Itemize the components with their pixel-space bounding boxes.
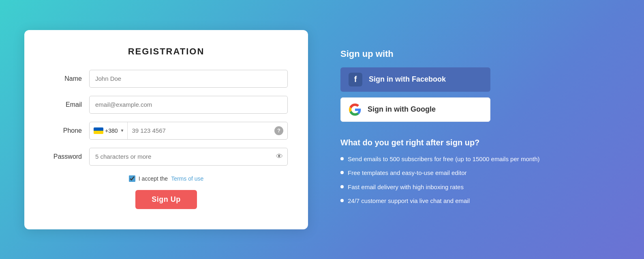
show-password-icon[interactable]: 👁 xyxy=(276,153,283,161)
list-item: 24/7 customer support via live chat and … xyxy=(340,196,620,206)
password-row: Password 👁 xyxy=(45,148,288,166)
bullet-icon xyxy=(340,199,344,202)
terms-row: I accept the Terms of use xyxy=(45,175,288,182)
chevron-down-icon: ▼ xyxy=(120,128,124,133)
name-row: Name xyxy=(45,70,288,88)
sign-up-with-title: Sign up with xyxy=(340,49,620,59)
phone-number-input[interactable] xyxy=(128,122,274,139)
google-signin-button[interactable]: Sign in with Google xyxy=(340,97,490,122)
page-container: REGISTRATION Name Email Phone +380 ▼ ? xyxy=(24,30,620,229)
bullet-icon xyxy=(340,185,344,188)
facebook-button-label: Sign in with Facebook xyxy=(369,75,446,84)
name-input[interactable] xyxy=(89,70,288,88)
facebook-icon: f xyxy=(349,73,362,86)
email-row: Email xyxy=(45,96,288,114)
what-get-title: What do you get right after sign up? xyxy=(340,138,620,147)
terms-of-use-link[interactable]: Terms of use xyxy=(171,175,203,182)
list-item: Fast email delivery with high inboxing r… xyxy=(340,183,620,192)
phone-row: Phone +380 ▼ ? xyxy=(45,122,288,140)
password-label: Password xyxy=(45,153,89,160)
what-get-section: What do you get right after sign up? Sen… xyxy=(340,138,620,206)
name-label: Name xyxy=(45,75,89,82)
phone-label: Phone xyxy=(45,127,89,134)
phone-code: +380 xyxy=(105,127,118,134)
list-item: Send emails to 500 subscribers for free … xyxy=(340,155,620,164)
terms-checkbox[interactable] xyxy=(129,175,135,182)
card-title: REGISTRATION xyxy=(45,46,288,57)
signup-button[interactable]: Sign Up xyxy=(135,190,197,209)
terms-text: I accept the xyxy=(139,175,168,182)
benefit-list: Send emails to 500 subscribers for free … xyxy=(340,155,620,206)
right-panel: Sign up with f Sign in with Facebook Sig… xyxy=(340,49,620,211)
google-icon xyxy=(349,104,361,116)
email-input[interactable] xyxy=(89,96,288,114)
google-button-label: Sign in with Google xyxy=(368,105,436,114)
email-label: Email xyxy=(45,101,89,108)
bullet-icon xyxy=(340,157,344,160)
facebook-signin-button[interactable]: f Sign in with Facebook xyxy=(340,67,490,92)
phone-country-select[interactable]: +380 ▼ xyxy=(90,122,128,139)
registration-card: REGISTRATION Name Email Phone +380 ▼ ? xyxy=(24,30,308,229)
password-wrapper: 👁 xyxy=(89,148,288,166)
ukraine-flag-icon xyxy=(94,127,103,134)
phone-help-icon[interactable]: ? xyxy=(274,126,283,135)
phone-input-group: +380 ▼ ? xyxy=(89,122,288,140)
bullet-icon xyxy=(340,171,344,174)
list-item: Free templates and easy-to-use email edi… xyxy=(340,168,620,178)
password-input[interactable] xyxy=(89,148,288,166)
